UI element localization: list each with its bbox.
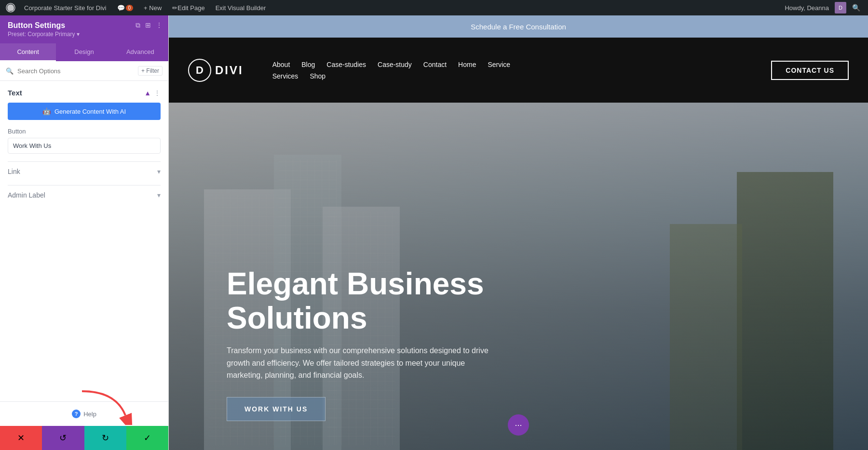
admin-bar-right: Howdy, Deanna D 🔍 [781,2,864,13]
site-name-link[interactable]: Corporate Starter Site for Divi [20,0,110,15]
hero-section: Elegant Business Solutions Transform you… [169,103,868,450]
floating-menu-button[interactable]: ··· [508,414,529,436]
nav-home[interactable]: Home [458,61,476,68]
nav-services[interactable]: Services [272,72,298,80]
generate-ai-button[interactable]: 🤖 Generate Content With AI [8,103,161,120]
undo-button[interactable]: ↺ [42,426,84,450]
bottom-toolbar: ✕ ↺ ↻ ✓ [0,426,168,450]
settings-tabs: Content Design Advanced [0,43,168,61]
link-section: Link ▾ [8,161,161,177]
arrow-indicator [77,386,135,427]
panel-header-icons: ⧉ ⊞ ⋮ [136,21,163,29]
user-avatar[interactable]: D [835,2,846,13]
comment-count: 0 [126,5,134,11]
nav-case-studies[interactable]: Case-studies [326,61,366,68]
schedule-bar: Schedule a Free Consultation [169,15,868,38]
howdy-text: Howdy, Deanna [781,4,833,12]
right-side: Schedule a Free Consultation D DIVI Abou… [169,15,868,450]
nav-row-2: Services Shop [272,72,772,80]
nav-service[interactable]: Service [488,61,510,68]
new-post-link[interactable]: + New [140,0,165,15]
hero-description: Transform your business with our compreh… [227,344,497,382]
site-nav: About Blog Case-studies Case-study Conta… [272,61,772,80]
panel-preset[interactable]: Preset: Corporate Primary ▾ [8,31,161,38]
logo-text: DIVI [215,64,244,77]
save-button[interactable]: ✓ [126,426,168,450]
exit-visual-builder-link[interactable]: Exit Visual Builder [212,0,270,15]
admin-label-section-header[interactable]: Admin Label ▾ [8,191,161,201]
section-more-icon[interactable]: ⋮ [154,89,161,97]
site-header: D DIVI About Blog Case-studies Case-stud… [169,38,868,103]
nav-row-1: About Blog Case-studies Case-study Conta… [272,61,772,68]
tab-content[interactable]: Content [0,43,56,61]
button-field-label: Button [8,128,161,135]
collapse-arrow-icon[interactable]: ▲ [144,89,151,97]
site-logo: D DIVI [188,59,244,82]
redo-button[interactable]: ↻ [84,426,126,450]
hero-content: Elegant Business Solutions Transform you… [169,267,555,450]
main-layout: Button Settings Preset: Corporate Primar… [0,15,868,450]
logo-icon: D [188,59,211,82]
admin-label-title: Admin Label [8,191,45,199]
nav-contact[interactable]: Contact [423,61,447,68]
wordpress-logo[interactable] [4,1,17,14]
button-text-input[interactable] [8,138,161,154]
admin-label-chevron-icon: ▾ [157,191,161,199]
grid-icon[interactable]: ⊞ [145,21,151,29]
comments-link[interactable]: 💬 0 [113,0,137,15]
search-row: 🔍 + Filter [0,61,168,81]
section-controls: ▲ ⋮ [144,89,161,97]
ai-icon: 🤖 [42,107,51,115]
link-section-title: Link [8,168,20,175]
left-panel: Button Settings Preset: Corporate Primar… [0,15,169,450]
admin-bar-left: Corporate Starter Site for Divi 💬 0 + Ne… [4,0,781,15]
wp-admin-bar: Corporate Starter Site for Divi 💬 0 + Ne… [0,0,868,15]
nav-about[interactable]: About [272,61,290,68]
hero-cta-button[interactable]: WORK WITH US [227,397,326,421]
nav-blog[interactable]: Blog [301,61,315,68]
panel-header: Button Settings Preset: Corporate Primar… [0,15,168,43]
search-icon[interactable]: 🔍 [848,4,864,12]
cancel-button[interactable]: ✕ [0,426,42,450]
tab-design[interactable]: Design [56,43,112,61]
edit-page-link[interactable]: ✏ Edit Page [168,0,208,15]
admin-label-section: Admin Label ▾ [8,185,161,201]
link-chevron-icon: ▾ [157,168,161,175]
link-section-header[interactable]: Link ▾ [8,168,161,177]
filter-button[interactable]: + Filter [138,66,163,76]
search-options-input[interactable] [17,67,134,75]
hero-title: Elegant Business Solutions [227,267,497,335]
panel-content: Text ▲ ⋮ 🤖 Generate Content With AI Butt… [0,81,168,401]
tab-advanced[interactable]: Advanced [112,43,168,61]
contact-us-button[interactable]: CONTACT US [771,61,849,80]
nav-shop[interactable]: Shop [310,72,326,80]
text-section-title: Text [8,89,22,97]
nav-case-study[interactable]: Case-study [378,61,412,68]
search-icon-panel: 🔍 [6,67,14,75]
more-options-icon[interactable]: ⋮ [156,21,163,29]
text-section-header: Text ▲ ⋮ [8,89,161,97]
duplicate-icon[interactable]: ⧉ [136,21,140,29]
